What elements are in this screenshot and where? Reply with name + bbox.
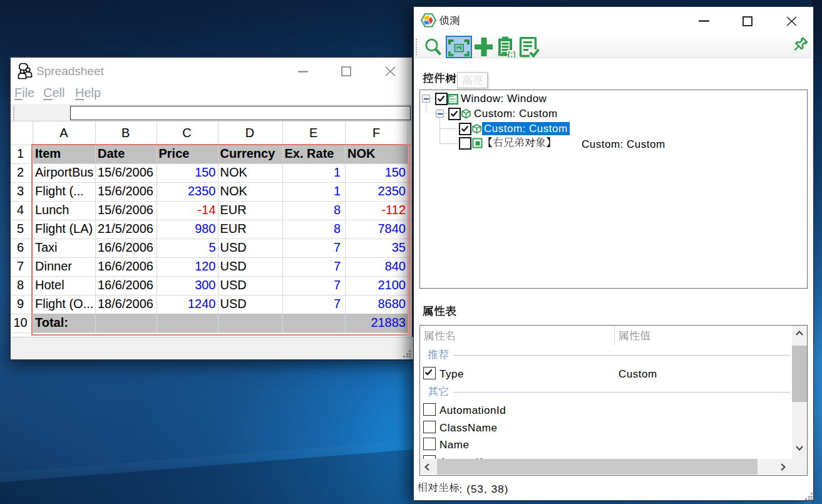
svg-text:{;}: {;} — [507, 49, 515, 58]
